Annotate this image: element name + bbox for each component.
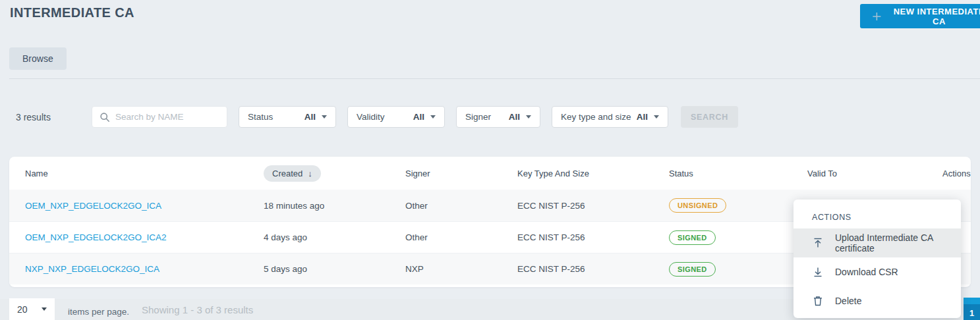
filter-validity-dropdown[interactable]: Validity All: [347, 106, 445, 128]
status-badge: SIGNED: [669, 262, 716, 277]
chevron-down-icon: [430, 115, 436, 119]
row-actions-menu: ACTIONS Upload Intermediate CA certifica…: [793, 200, 961, 318]
cell-keytype: ECC NIST P-256: [517, 201, 669, 211]
column-header-keytype[interactable]: Key Type And Size: [517, 169, 669, 178]
chevron-down-icon: [322, 115, 327, 119]
cell-signer: Other: [405, 201, 517, 211]
filter-status-label: Status: [248, 112, 273, 122]
column-header-name[interactable]: Name: [25, 169, 264, 178]
filter-signer-value: All: [509, 112, 520, 122]
column-header-actions: Actions: [942, 169, 971, 178]
filter-keytype-dropdown[interactable]: Key type and size All: [552, 106, 668, 128]
tab-browse[interactable]: Browse: [9, 47, 67, 70]
column-header-created-sort[interactable]: Created ↓: [264, 165, 321, 182]
column-header-status[interactable]: Status: [669, 169, 807, 178]
search-input[interactable]: [115, 112, 219, 122]
plus-icon: [872, 11, 882, 22]
ca-name-link[interactable]: OEM_NXP_EDGELOCK2GO_ICA2: [25, 232, 167, 242]
items-per-page-value: 20: [17, 304, 28, 315]
cell-keytype: ECC NIST P-256: [517, 232, 669, 242]
search-icon: [100, 112, 110, 122]
cell-signer: NXP: [405, 264, 517, 274]
cell-keytype: ECC NIST P-256: [517, 264, 669, 274]
cell-created: 5 days ago: [264, 264, 405, 274]
chevron-down-icon: [526, 115, 531, 119]
chevron-down-icon: [654, 115, 659, 119]
filter-keytype-label: Key type and size: [561, 112, 631, 122]
actions-menu-title: ACTIONS: [793, 210, 961, 228]
menu-item-label: Download CSR: [835, 267, 898, 277]
new-intermediate-ca-label: NEW INTERMEDIATE CA: [890, 7, 980, 26]
search-box[interactable]: [92, 106, 227, 128]
filter-validity-label: Validity: [357, 112, 385, 122]
cell-created: 4 days ago: [264, 232, 405, 242]
cell-created: 18 minutes ago: [264, 201, 405, 211]
showing-results-text: Showing 1 - 3 of 3 results: [142, 304, 253, 315]
ca-name-link[interactable]: OEM_NXP_EDGELOCK2GO_ICA: [25, 201, 161, 211]
trash-icon: [812, 295, 824, 307]
page-title: INTERMEDIATE CA: [10, 5, 134, 20]
filter-signer-dropdown[interactable]: Signer All: [456, 106, 540, 128]
menu-item-download-csr[interactable]: Download CSR: [793, 257, 961, 286]
search-button[interactable]: SEARCH: [681, 106, 738, 128]
chevron-down-icon: [42, 307, 47, 311]
menu-item-label: Upload Intermediate CA certificate: [835, 232, 942, 253]
menu-item-delete[interactable]: Delete: [793, 286, 961, 315]
menu-item-label: Delete: [835, 296, 861, 306]
filter-keytype-value: All: [637, 112, 648, 122]
status-badge: UNSIGNED: [669, 198, 726, 213]
ca-name-link[interactable]: NXP_NXP_EDGELOCK2GO_ICA: [25, 264, 159, 274]
page-1-button[interactable]: 1: [964, 298, 980, 320]
cell-signer: Other: [405, 232, 517, 242]
sort-desc-icon: ↓: [308, 169, 312, 178]
header-divider: [9, 78, 980, 79]
filter-bar: 3 results Status All Validity All Signer…: [16, 106, 738, 128]
filter-status-dropdown[interactable]: Status All: [239, 106, 336, 128]
download-icon: [812, 266, 824, 278]
new-intermediate-ca-button[interactable]: NEW INTERMEDIATE CA: [860, 4, 980, 28]
column-header-signer[interactable]: Signer: [405, 169, 517, 178]
status-badge: SIGNED: [669, 230, 716, 245]
results-count: 3 results: [16, 112, 51, 122]
menu-item-upload-certificate[interactable]: Upload Intermediate CA certificate: [793, 228, 961, 257]
column-header-validto[interactable]: Valid To: [807, 169, 942, 178]
table-header-row: Name Created ↓ Signer Key Type And Size …: [9, 157, 971, 190]
items-per-page-select[interactable]: 20: [9, 298, 55, 320]
items-per-page-label: items per page.: [68, 307, 129, 317]
upload-icon: [812, 237, 824, 249]
filter-validity-value: All: [413, 112, 424, 122]
column-header-created-label: Created: [272, 169, 303, 178]
filter-status-value: All: [304, 112, 316, 122]
filter-signer-label: Signer: [465, 112, 491, 122]
